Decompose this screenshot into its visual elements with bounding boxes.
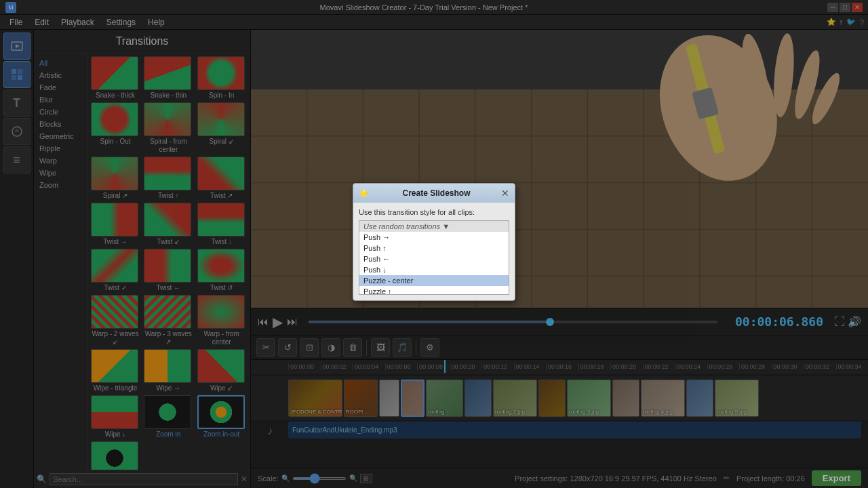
dialog-title: Create Slideshow [402, 188, 470, 198]
dialog-option-push-up[interactable]: Push ↑ [359, 243, 509, 253]
create-slideshow-dialog: ⭐ Create Slideshow ✕ Use this transition… [353, 183, 515, 301]
dialog-overlay: ⭐ Create Slideshow ✕ Use this transition… [0, 0, 868, 488]
dialog-option-puzzle-up[interactable]: Puzzle ↑ [359, 286, 509, 295]
dialog-transition-list[interactable]: Use random transitions ▼ Push → Push ↑ P… [359, 220, 509, 295]
dialog-option-random[interactable]: Use random transitions ▼ [359, 221, 509, 232]
dialog-instruction: Use this transition style for all clips: [359, 208, 509, 216]
dialog-option-puzzle-center[interactable]: Puzzle - center [359, 275, 509, 286]
dialog-option-push-right[interactable]: Push → [359, 232, 509, 243]
dialog-header: ⭐ Create Slideshow ✕ [353, 184, 515, 203]
dialog-option-push-down[interactable]: Push ↓ [359, 264, 509, 275]
dialog-option-push-left[interactable]: Push ← [359, 253, 509, 264]
dialog-icon: ⭐ [359, 188, 369, 198]
dialog-close-btn[interactable]: ✕ [501, 188, 509, 199]
dialog-body: Use this transition style for all clips:… [353, 203, 515, 300]
